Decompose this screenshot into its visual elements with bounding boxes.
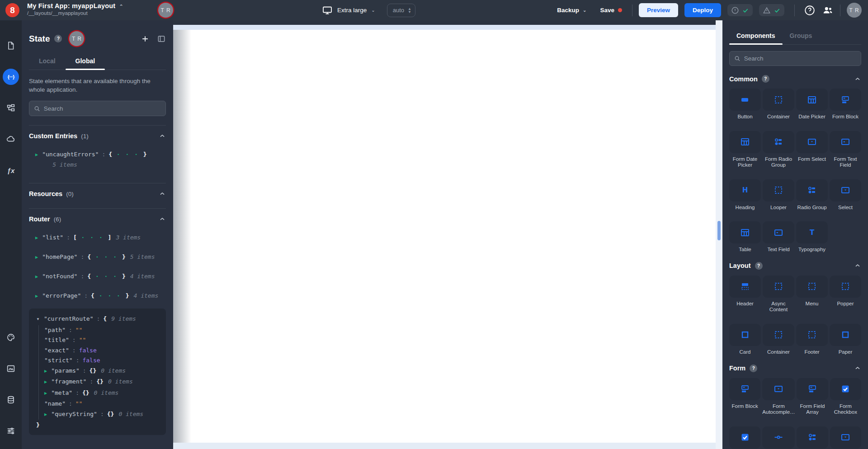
rail-item-settings[interactable] <box>3 423 19 439</box>
app-title-block[interactable]: My First App: myappLayout⌃ /__layouts/__… <box>27 2 123 16</box>
state-entry-errorPage[interactable]: ▶"errorPage":{ · · · }4 items <box>29 286 166 306</box>
expand-arrow-icon[interactable]: ▶ <box>35 233 38 243</box>
rail-item-component-tree[interactable] <box>3 100 19 116</box>
component-tile-async-content[interactable] <box>763 276 794 298</box>
app-logo[interactable]: 8 <box>5 3 19 17</box>
state-entry-title[interactable]: "title":"" <box>44 335 160 345</box>
component-tile-form-date-picker[interactable] <box>729 131 761 153</box>
component-tile-text-field[interactable] <box>763 221 794 243</box>
canvas-vertical-scrollbar[interactable] <box>716 20 722 449</box>
warnings-status-badge[interactable] <box>759 4 784 16</box>
expand-arrow-icon[interactable]: ▶ <box>35 253 38 262</box>
expand-arrow-icon[interactable]: ▶ <box>44 366 47 376</box>
state-entry-list[interactable]: ▶"list":[ · · · ]3 items <box>29 228 166 248</box>
state-entry-name[interactable]: "name":"" <box>44 399 160 409</box>
tab-components[interactable]: Components <box>729 28 783 44</box>
state-entry-exact[interactable]: "exact":false <box>44 346 160 355</box>
chevron-up-icon[interactable] <box>854 75 861 83</box>
state-entry-queryString[interactable]: ▶"queryString":{}0 items <box>44 409 160 420</box>
canvas-scroll-thumb[interactable] <box>717 221 721 240</box>
stepper-arrows-icon[interactable]: ▲▼ <box>408 7 411 14</box>
help-icon[interactable]: ? <box>54 35 62 42</box>
component-tile-form-autocomple-[interactable] <box>762 378 795 400</box>
backup-button[interactable]: Backup ⌄ <box>557 7 586 14</box>
component-tile-form-radio-group[interactable] <box>797 426 828 449</box>
component-tile-container[interactable] <box>763 324 794 346</box>
design-canvas[interactable] <box>173 20 722 449</box>
component-tile-form-text-field[interactable] <box>830 131 861 153</box>
component-tile-radio-group[interactable] <box>796 179 828 201</box>
tab-groups[interactable]: Groups <box>783 28 820 44</box>
component-tile-form-block[interactable] <box>729 378 760 400</box>
expand-arrow-icon[interactable]: ▶ <box>35 272 38 281</box>
component-tile-heading[interactable]: H <box>729 179 761 201</box>
rail-item-resources[interactable] <box>3 131 19 147</box>
collapse-arrow-icon[interactable]: ▼ <box>36 314 40 324</box>
section-header-router[interactable]: Router (6) <box>29 209 166 224</box>
component-tile-popper[interactable] <box>830 276 861 298</box>
rail-item-assets[interactable] <box>3 360 19 377</box>
component-tile-form-checkbox[interactable] <box>830 378 861 400</box>
section-header-layout[interactable]: Layout ? <box>729 262 861 270</box>
chevron-down-icon[interactable]: ⌄ <box>371 8 375 13</box>
expand-arrow-icon[interactable]: ▶ <box>44 410 47 420</box>
component-tile-form-select[interactable] <box>796 131 828 153</box>
section-header-custom-entries[interactable]: Custom Entries (1) <box>29 126 166 141</box>
collaborator-avatar[interactable]: T R <box>158 3 173 18</box>
component-tile-form-block[interactable] <box>830 89 861 111</box>
errors-status-badge[interactable] <box>727 4 753 16</box>
expand-arrow-icon[interactable]: ▶ <box>35 291 38 301</box>
component-tile-form-select[interactable] <box>830 426 861 449</box>
state-search-input[interactable] <box>44 105 161 112</box>
zoom-stepper[interactable]: auto ▲▼ <box>387 4 415 17</box>
collapse-panel-icon[interactable] <box>157 34 166 43</box>
component-tile-typography[interactable]: T <box>796 221 828 243</box>
state-entry-homePage[interactable]: ▶"homePage":{ · · · }5 items <box>29 248 166 267</box>
component-tile-button[interactable] <box>729 89 761 111</box>
component-tile-card[interactable] <box>729 324 761 346</box>
component-tile-table[interactable] <box>729 221 761 243</box>
canvas-page[interactable] <box>173 30 716 443</box>
expand-arrow-icon[interactable]: ▶ <box>44 377 47 387</box>
rail-item-pages[interactable] <box>3 37 19 54</box>
component-tile-menu[interactable] <box>796 276 828 298</box>
help-icon[interactable]: ? <box>762 75 769 83</box>
state-entry-meta[interactable]: ▶"meta":{}0 items <box>44 388 160 399</box>
component-tile-footer[interactable] <box>796 324 828 346</box>
preview-button[interactable]: Preview <box>639 3 678 17</box>
section-header-resources[interactable]: Resources (0) <box>29 183 166 199</box>
state-entry-params[interactable]: ▶"params":{}0 items <box>44 366 160 377</box>
rail-item-state[interactable]: {···} <box>3 69 19 85</box>
component-tile-select[interactable] <box>830 179 861 201</box>
state-entry-strict[interactable]: "strict":false <box>44 355 160 365</box>
tab-local[interactable]: Local <box>29 53 66 70</box>
component-tile-paper[interactable] <box>830 324 861 346</box>
rail-item-functions[interactable]: ƒx <box>3 162 19 178</box>
collaborators-icon[interactable] <box>822 5 834 16</box>
state-entry-notFound[interactable]: ▶"notFound":{ · · · }4 items <box>29 267 166 286</box>
component-tile-form-radio-group[interactable] <box>763 131 794 153</box>
section-header-common[interactable]: Common ? <box>729 75 861 83</box>
help-icon[interactable]: ? <box>755 262 763 270</box>
component-tile-form-field-array[interactable] <box>797 378 828 400</box>
component-tile-looper[interactable] <box>763 179 794 201</box>
user-avatar[interactable]: T R <box>847 3 862 18</box>
chevron-up-icon[interactable] <box>854 365 861 372</box>
component-tile-header[interactable] <box>729 276 761 298</box>
help-icon[interactable]: ? <box>750 365 757 372</box>
state-entry-uncaughtErrors[interactable]: ▶"uncaughtErrors":{ · · · }5 items <box>29 145 166 174</box>
add-state-button[interactable] <box>141 34 150 43</box>
rail-item-theme[interactable] <box>3 329 19 346</box>
chevron-up-icon[interactable] <box>159 215 166 223</box>
rail-item-data[interactable] <box>3 392 19 408</box>
state-entry-fragment[interactable]: ▶"fragment":{}0 items <box>44 377 160 388</box>
chevron-up-icon[interactable] <box>159 132 166 140</box>
chevron-up-icon[interactable] <box>854 262 861 269</box>
save-button[interactable]: Save <box>600 7 622 14</box>
deploy-button[interactable]: Deploy <box>684 3 721 17</box>
component-tile-date-picker[interactable] <box>796 89 828 111</box>
help-icon[interactable] <box>804 5 816 16</box>
canvas-bottom-scroll-track[interactable] <box>173 443 716 449</box>
component-tile-form-slider[interactable] <box>762 426 795 449</box>
state-entry-path[interactable]: "path":"" <box>44 325 160 335</box>
